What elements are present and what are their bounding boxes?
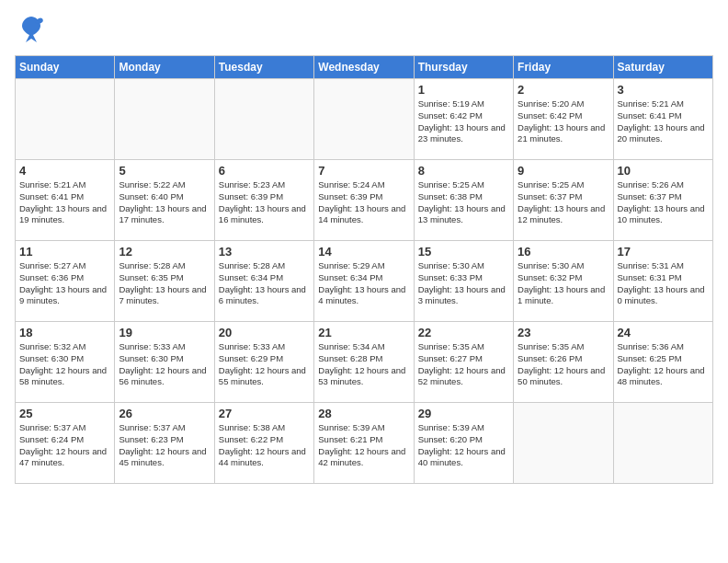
day-info: Sunrise: 5:28 AM Sunset: 6:35 PM Dayligh… bbox=[119, 260, 210, 307]
day-info: Sunrise: 5:24 AM Sunset: 6:39 PM Dayligh… bbox=[318, 179, 409, 226]
day-number: 9 bbox=[518, 164, 609, 178]
day-number: 5 bbox=[119, 164, 210, 178]
day-number: 21 bbox=[318, 326, 409, 339]
day-number: 1 bbox=[418, 83, 509, 97]
day-number: 8 bbox=[418, 164, 509, 178]
day-info: Sunrise: 5:22 AM Sunset: 6:40 PM Dayligh… bbox=[119, 179, 210, 226]
day-info: Sunrise: 5:25 AM Sunset: 6:38 PM Dayligh… bbox=[418, 179, 509, 226]
calendar-cell: 3Sunrise: 5:21 AM Sunset: 6:41 PM Daylig… bbox=[613, 79, 712, 160]
calendar-cell: 2Sunrise: 5:20 AM Sunset: 6:42 PM Daylig… bbox=[514, 79, 613, 160]
logo bbox=[15, 15, 44, 48]
calendar-cell: 1Sunrise: 5:19 AM Sunset: 6:42 PM Daylig… bbox=[414, 79, 513, 160]
day-header-tuesday: Tuesday bbox=[214, 56, 313, 79]
calendar-cell: 24Sunrise: 5:36 AM Sunset: 6:25 PM Dayli… bbox=[613, 322, 712, 403]
calendar-week-row: 11Sunrise: 5:27 AM Sunset: 6:36 PM Dayli… bbox=[16, 241, 713, 322]
day-header-thursday: Thursday bbox=[414, 56, 513, 79]
day-info: Sunrise: 5:34 AM Sunset: 6:28 PM Dayligh… bbox=[318, 341, 409, 388]
day-info: Sunrise: 5:39 AM Sunset: 6:20 PM Dayligh… bbox=[418, 422, 509, 469]
day-header-saturday: Saturday bbox=[613, 56, 712, 79]
day-number: 18 bbox=[19, 326, 110, 339]
day-info: Sunrise: 5:19 AM Sunset: 6:42 PM Dayligh… bbox=[418, 98, 509, 145]
calendar-cell: 23Sunrise: 5:35 AM Sunset: 6:26 PM Dayli… bbox=[514, 322, 613, 403]
calendar-cell: 13Sunrise: 5:28 AM Sunset: 6:34 PM Dayli… bbox=[214, 241, 313, 322]
calendar-cell bbox=[514, 403, 613, 484]
calendar-cell: 8Sunrise: 5:25 AM Sunset: 6:38 PM Daylig… bbox=[414, 160, 513, 241]
day-number: 17 bbox=[618, 245, 709, 259]
day-header-friday: Friday bbox=[514, 56, 613, 79]
calendar-cell: 27Sunrise: 5:38 AM Sunset: 6:22 PM Dayli… bbox=[214, 403, 313, 484]
day-info: Sunrise: 5:32 AM Sunset: 6:30 PM Dayligh… bbox=[19, 341, 110, 388]
calendar-cell: 4Sunrise: 5:21 AM Sunset: 6:41 PM Daylig… bbox=[16, 160, 115, 241]
calendar-cell bbox=[115, 79, 214, 160]
day-number: 7 bbox=[318, 164, 409, 178]
day-info: Sunrise: 5:21 AM Sunset: 6:41 PM Dayligh… bbox=[618, 98, 709, 145]
day-info: Sunrise: 5:35 AM Sunset: 6:27 PM Dayligh… bbox=[418, 341, 509, 388]
calendar-week-row: 4Sunrise: 5:21 AM Sunset: 6:41 PM Daylig… bbox=[16, 160, 713, 241]
day-number: 22 bbox=[418, 326, 509, 339]
day-number: 11 bbox=[19, 245, 110, 259]
day-info: Sunrise: 5:25 AM Sunset: 6:37 PM Dayligh… bbox=[518, 179, 609, 226]
day-info: Sunrise: 5:27 AM Sunset: 6:36 PM Dayligh… bbox=[19, 260, 110, 307]
day-info: Sunrise: 5:30 AM Sunset: 6:33 PM Dayligh… bbox=[418, 260, 509, 307]
day-info: Sunrise: 5:26 AM Sunset: 6:37 PM Dayligh… bbox=[618, 179, 709, 226]
day-info: Sunrise: 5:38 AM Sunset: 6:22 PM Dayligh… bbox=[219, 422, 310, 469]
day-number: 4 bbox=[19, 164, 110, 178]
calendar-cell: 22Sunrise: 5:35 AM Sunset: 6:27 PM Dayli… bbox=[414, 322, 513, 403]
calendar-cell: 6Sunrise: 5:23 AM Sunset: 6:39 PM Daylig… bbox=[214, 160, 313, 241]
calendar-cell: 19Sunrise: 5:33 AM Sunset: 6:30 PM Dayli… bbox=[115, 322, 214, 403]
calendar-table: SundayMondayTuesdayWednesdayThursdayFrid… bbox=[15, 55, 713, 484]
calendar-week-row: 25Sunrise: 5:37 AM Sunset: 6:24 PM Dayli… bbox=[16, 403, 713, 484]
calendar-cell: 18Sunrise: 5:32 AM Sunset: 6:30 PM Dayli… bbox=[16, 322, 115, 403]
calendar-week-row: 1Sunrise: 5:19 AM Sunset: 6:42 PM Daylig… bbox=[16, 79, 713, 160]
day-header-monday: Monday bbox=[115, 56, 214, 79]
day-info: Sunrise: 5:28 AM Sunset: 6:34 PM Dayligh… bbox=[219, 260, 310, 307]
day-number: 14 bbox=[318, 245, 409, 259]
calendar-cell bbox=[16, 79, 115, 160]
calendar-cell: 28Sunrise: 5:39 AM Sunset: 6:21 PM Dayli… bbox=[314, 403, 414, 484]
day-info: Sunrise: 5:37 AM Sunset: 6:24 PM Dayligh… bbox=[19, 422, 110, 469]
calendar-cell bbox=[214, 79, 313, 160]
day-info: Sunrise: 5:33 AM Sunset: 6:30 PM Dayligh… bbox=[119, 341, 210, 388]
logo-bird-icon bbox=[18, 15, 44, 48]
day-info: Sunrise: 5:23 AM Sunset: 6:39 PM Dayligh… bbox=[219, 179, 310, 226]
day-number: 26 bbox=[119, 407, 210, 420]
calendar-cell: 20Sunrise: 5:33 AM Sunset: 6:29 PM Dayli… bbox=[214, 322, 313, 403]
day-number: 20 bbox=[219, 326, 310, 339]
day-info: Sunrise: 5:21 AM Sunset: 6:41 PM Dayligh… bbox=[19, 179, 110, 226]
calendar-cell: 21Sunrise: 5:34 AM Sunset: 6:28 PM Dayli… bbox=[314, 322, 414, 403]
day-number: 2 bbox=[518, 83, 609, 97]
day-info: Sunrise: 5:37 AM Sunset: 6:23 PM Dayligh… bbox=[119, 422, 210, 469]
calendar-cell: 12Sunrise: 5:28 AM Sunset: 6:35 PM Dayli… bbox=[115, 241, 214, 322]
day-number: 19 bbox=[119, 326, 210, 339]
calendar-header-row: SundayMondayTuesdayWednesdayThursdayFrid… bbox=[16, 56, 713, 79]
calendar-cell: 7Sunrise: 5:24 AM Sunset: 6:39 PM Daylig… bbox=[314, 160, 414, 241]
day-info: Sunrise: 5:39 AM Sunset: 6:21 PM Dayligh… bbox=[318, 422, 409, 469]
day-info: Sunrise: 5:35 AM Sunset: 6:26 PM Dayligh… bbox=[518, 341, 609, 388]
day-info: Sunrise: 5:30 AM Sunset: 6:32 PM Dayligh… bbox=[518, 260, 609, 307]
day-number: 28 bbox=[318, 407, 409, 420]
calendar-cell: 11Sunrise: 5:27 AM Sunset: 6:36 PM Dayli… bbox=[16, 241, 115, 322]
day-info: Sunrise: 5:31 AM Sunset: 6:31 PM Dayligh… bbox=[618, 260, 709, 307]
day-number: 24 bbox=[618, 326, 709, 339]
day-number: 29 bbox=[418, 407, 509, 420]
calendar-cell: 15Sunrise: 5:30 AM Sunset: 6:33 PM Dayli… bbox=[414, 241, 513, 322]
day-number: 23 bbox=[518, 326, 609, 339]
day-number: 3 bbox=[618, 83, 709, 97]
day-number: 6 bbox=[219, 164, 310, 178]
calendar-cell: 10Sunrise: 5:26 AM Sunset: 6:37 PM Dayli… bbox=[613, 160, 712, 241]
calendar-cell: 26Sunrise: 5:37 AM Sunset: 6:23 PM Dayli… bbox=[115, 403, 214, 484]
day-header-wednesday: Wednesday bbox=[314, 56, 414, 79]
day-info: Sunrise: 5:29 AM Sunset: 6:34 PM Dayligh… bbox=[318, 260, 409, 307]
calendar-cell: 17Sunrise: 5:31 AM Sunset: 6:31 PM Dayli… bbox=[613, 241, 712, 322]
header bbox=[15, 15, 713, 48]
calendar-cell: 5Sunrise: 5:22 AM Sunset: 6:40 PM Daylig… bbox=[115, 160, 214, 241]
calendar-cell: 29Sunrise: 5:39 AM Sunset: 6:20 PM Dayli… bbox=[414, 403, 513, 484]
day-number: 27 bbox=[219, 407, 310, 420]
day-header-sunday: Sunday bbox=[16, 56, 115, 79]
calendar-cell: 9Sunrise: 5:25 AM Sunset: 6:37 PM Daylig… bbox=[514, 160, 613, 241]
calendar-week-row: 18Sunrise: 5:32 AM Sunset: 6:30 PM Dayli… bbox=[16, 322, 713, 403]
calendar-cell bbox=[314, 79, 414, 160]
calendar-cell: 25Sunrise: 5:37 AM Sunset: 6:24 PM Dayli… bbox=[16, 403, 115, 484]
day-number: 15 bbox=[418, 245, 509, 259]
calendar-cell: 14Sunrise: 5:29 AM Sunset: 6:34 PM Dayli… bbox=[314, 241, 414, 322]
